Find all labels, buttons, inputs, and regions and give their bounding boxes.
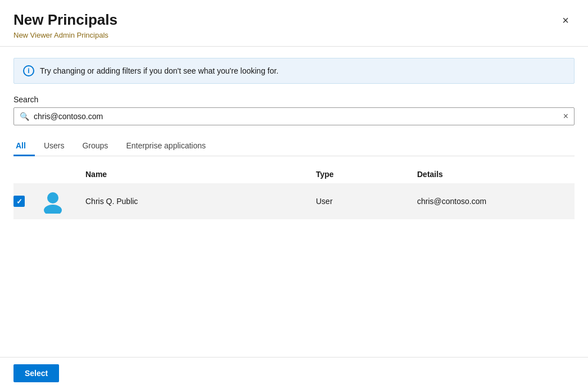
table-row[interactable]: Chris Q. Public User chris@contoso.com bbox=[13, 183, 575, 219]
row-checkbox[interactable] bbox=[13, 196, 25, 207]
row-name: Chris Q. Public bbox=[85, 197, 316, 206]
select-button[interactable]: Select bbox=[13, 364, 59, 382]
col-checkbox bbox=[13, 170, 40, 179]
search-container: 🔍 × bbox=[13, 107, 575, 125]
info-banner-text: Try changing or adding filters if you do… bbox=[40, 66, 278, 75]
new-principals-dialog: New Principals New Viewer Admin Principa… bbox=[0, 0, 588, 389]
close-button[interactable]: × bbox=[557, 11, 575, 29]
results-table: Name Type Details Chris Q. Public User bbox=[13, 165, 575, 219]
col-avatar bbox=[40, 170, 85, 179]
col-details: Details bbox=[417, 170, 575, 179]
info-banner: i Try changing or adding filters if you … bbox=[13, 58, 575, 84]
search-clear-button[interactable]: × bbox=[563, 111, 568, 121]
dialog-body: i Try changing or adding filters if you … bbox=[0, 47, 588, 357]
table-header: Name Type Details bbox=[13, 165, 575, 183]
user-avatar-icon bbox=[40, 189, 65, 214]
row-type: User bbox=[316, 197, 417, 206]
search-icon: 🔍 bbox=[20, 112, 29, 121]
dialog-subtitle: New Viewer Admin Principals bbox=[13, 31, 575, 39]
info-icon: i bbox=[23, 65, 34, 76]
tab-users[interactable]: Users bbox=[35, 137, 74, 156]
dialog-title: New Principals bbox=[13, 11, 575, 29]
dialog-footer: Select bbox=[0, 357, 588, 389]
tab-groups[interactable]: Groups bbox=[73, 137, 117, 156]
row-details: chris@contoso.com bbox=[417, 197, 575, 206]
row-avatar-cell bbox=[40, 189, 85, 214]
dialog-header: New Principals New Viewer Admin Principa… bbox=[0, 0, 588, 47]
row-checkbox-cell bbox=[13, 196, 40, 207]
svg-point-0 bbox=[47, 192, 58, 203]
search-input[interactable] bbox=[34, 112, 559, 121]
tabs-container: All Users Groups Enterprise applications bbox=[13, 137, 575, 156]
col-type: Type bbox=[316, 170, 417, 179]
svg-point-1 bbox=[44, 205, 62, 214]
tab-enterprise-applications[interactable]: Enterprise applications bbox=[117, 137, 215, 156]
col-name: Name bbox=[85, 170, 316, 179]
search-label: Search bbox=[13, 95, 575, 104]
tab-all[interactable]: All bbox=[13, 137, 35, 156]
